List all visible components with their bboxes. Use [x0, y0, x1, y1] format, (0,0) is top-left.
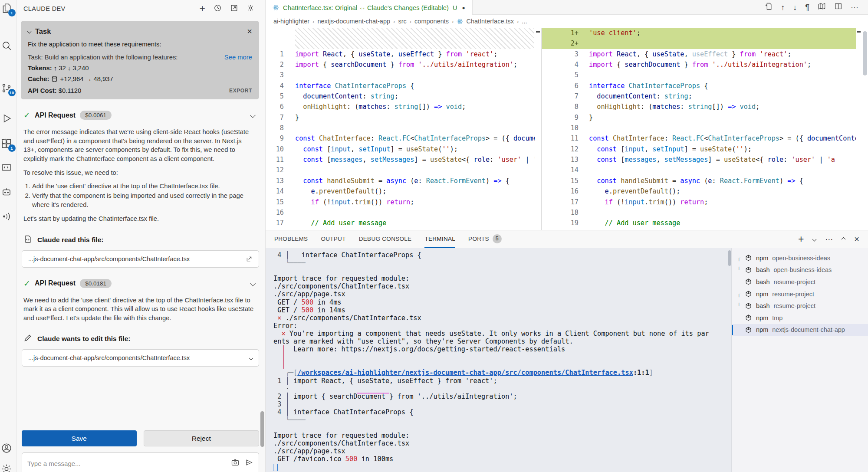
settings-icon[interactable] — [247, 4, 255, 14]
terminal-line: ╭─[/workspaces/ai-highlighter/nextjs-doc… — [273, 369, 731, 377]
terminal-list-item[interactable]: ┌npmresume-project — [732, 288, 868, 300]
history-icon[interactable] — [214, 4, 222, 14]
tab-terminal[interactable]: TERMINAL — [424, 230, 455, 248]
step-item: Verify that the component is being impor… — [32, 191, 256, 209]
new-terminal-icon[interactable]: + — [798, 235, 804, 243]
task-close-icon[interactable]: × — [247, 27, 252, 36]
chevron-down-icon[interactable] — [250, 357, 253, 360]
open-external-icon[interactable] — [246, 256, 253, 262]
diff-editor-tab[interactable]: ChatInterface.tsx: Original ⇔ Claude's C… — [266, 0, 473, 15]
overview-ruler[interactable] — [856, 28, 862, 230]
source-control-icon[interactable]: 10 — [0, 82, 13, 95]
tab-ports[interactable]: PORTS 5 — [468, 230, 502, 248]
diff-insert-placeholder — [295, 28, 534, 49]
breadcrumb-item[interactable]: ai-highlighter — [273, 18, 309, 25]
code-line: 19 // Add user message — [542, 218, 862, 228]
task-summary: Task: Build an application with the foll… — [28, 54, 222, 61]
claude-dev-sidebar: CLAUDE DEV + Task × Fix the application … — [16, 0, 266, 472]
tab-debug-console[interactable]: DEBUG CONSOLE — [359, 230, 412, 248]
code-line: 11const ChatInterface: React.FC<ChatInte… — [542, 133, 862, 144]
cache-row: Cache: +12,964 → 48,937 — [28, 75, 252, 83]
extensions-icon[interactable]: 1 — [0, 137, 13, 150]
new-task-icon[interactable]: + — [200, 5, 205, 13]
api-request-2[interactable]: ✓ API Request $0.0181 — [23, 279, 255, 288]
screenshot-camera-icon[interactable] — [231, 458, 240, 469]
api-cost-value: $0.1120 — [59, 87, 81, 94]
overview-ruler[interactable] — [535, 28, 541, 230]
read-file-path[interactable]: ...js-document-chat-app/src/components/C… — [22, 250, 259, 268]
maximize-panel-icon[interactable] — [842, 237, 846, 241]
remote-window-icon[interactable] — [0, 161, 13, 174]
terminal-dropdown-icon[interactable] — [812, 237, 817, 241]
terminal-line: · — [273, 385, 731, 393]
edit-file-label: Claude wants to edit this file: — [37, 335, 130, 343]
sidebar-scrollbar[interactable] — [260, 411, 264, 447]
tokens-label: Tokens: — [28, 65, 52, 72]
breadcrumb-item[interactable]: src — [398, 18, 406, 25]
terminal-list-item[interactable]: npmnextjs-document-chat-app — [732, 324, 868, 336]
unsaved-dot-icon[interactable]: ● — [462, 5, 465, 11]
api-request-cost-badge: $0.0061 — [80, 111, 112, 120]
sidebar-actions: Save Reject — [16, 430, 265, 472]
terminal-list-item[interactable]: └bashopen-business-ideas — [732, 264, 868, 276]
reject-button[interactable]: Reject — [144, 430, 260, 446]
open-in-editor-icon[interactable] — [230, 4, 238, 14]
open-file-icon[interactable] — [764, 2, 773, 12]
whitespace-icon[interactable]: ¶ — [805, 3, 809, 11]
breadcrumb-item[interactable]: ChatInterface.tsx — [466, 18, 514, 25]
terminal-list-item[interactable]: bashresume-project — [732, 276, 868, 288]
code-line: 5 — [542, 70, 862, 80]
terminal-line: 1 │ import React, { useState, useEffect … — [273, 377, 731, 385]
settings-gear-icon[interactable] — [0, 462, 13, 472]
claude-dev-icon[interactable] — [0, 186, 13, 199]
diff-original-pane[interactable]: 1import React, { useState, useEffect } f… — [266, 28, 542, 230]
code-line: 2import { searchDocument } from '../util… — [266, 59, 541, 70]
diff-modified-pane[interactable]: 1+'use client';2+3import React, { useSta… — [542, 28, 862, 230]
search-icon[interactable] — [0, 39, 13, 52]
message-input-box[interactable] — [22, 452, 259, 472]
files-icon[interactable]: 1 — [0, 2, 13, 15]
terminal-output[interactable]: 4 │ interface ChatInterfaceProps { ╰────… — [266, 248, 731, 472]
terminal-list-item[interactable]: ┌npmopen-business-ideas — [732, 252, 868, 264]
send-icon[interactable] — [245, 458, 253, 469]
account-icon[interactable] — [0, 442, 13, 455]
code-line: 12 — [266, 165, 541, 175]
read-file-label: Claude read this file: — [37, 236, 103, 244]
more-actions-icon[interactable]: ··· — [851, 3, 858, 11]
chevron-down-icon[interactable] — [250, 112, 256, 118]
terminal-list-item[interactable]: └bashresume-project — [732, 300, 868, 312]
terminal-line: GET / 500 in 14ms — [273, 306, 731, 314]
next-change-icon[interactable]: ↓ — [793, 3, 797, 11]
edit-file-path[interactable]: ...js-document-chat-app/src/components/C… — [22, 349, 259, 367]
broadcast-icon[interactable] — [0, 210, 13, 223]
code-line: 7 documentContent: string; — [542, 91, 862, 102]
previous-change-icon[interactable]: ↑ — [781, 3, 785, 11]
step-item: Add the 'use client' directive at the to… — [32, 182, 256, 191]
code-line: 6 onHighlight: (matches: string[]) => vo… — [266, 102, 541, 112]
task-intro: Fix the application to meet these requir… — [28, 41, 252, 48]
tab-problems[interactable]: PROBLEMS — [274, 230, 308, 248]
task-collapse-icon[interactable] — [27, 29, 32, 33]
close-panel-icon[interactable]: × — [854, 235, 859, 243]
split-editor-icon[interactable] — [834, 2, 842, 12]
editor-scrollbar[interactable] — [862, 28, 868, 230]
api-request-1[interactable]: ✓ API Request $0.0061 — [23, 111, 255, 120]
message-input[interactable] — [27, 460, 231, 467]
chevron-down-icon[interactable] — [250, 281, 256, 286]
breadcrumb-item[interactable]: components — [414, 18, 449, 25]
terminal-line: × ./src/components/ChatInterface.tsx — [273, 314, 731, 322]
tab-output[interactable]: OUTPUT — [321, 230, 345, 248]
terminal-scrollbar[interactable] — [728, 250, 731, 266]
terminal-list-item[interactable]: npmtmp — [732, 312, 868, 324]
breadcrumb-item[interactable]: ... — [522, 18, 527, 25]
breadcrumb-item[interactable]: nextjs-document-chat-app — [317, 18, 390, 25]
see-more-link[interactable]: See more — [224, 54, 252, 61]
map-icon[interactable] — [818, 2, 826, 12]
panel-more-icon[interactable]: ··· — [825, 235, 833, 243]
run-debug-icon[interactable] — [0, 112, 13, 125]
sidebar-header: CLAUDE DEV + — [16, 0, 265, 17]
api-request-title: API Request — [35, 111, 76, 119]
save-button[interactable]: Save — [22, 430, 137, 446]
export-button[interactable]: EXPORT — [229, 88, 252, 94]
code-line: 15 if (!input.trim()) return; — [266, 197, 541, 207]
